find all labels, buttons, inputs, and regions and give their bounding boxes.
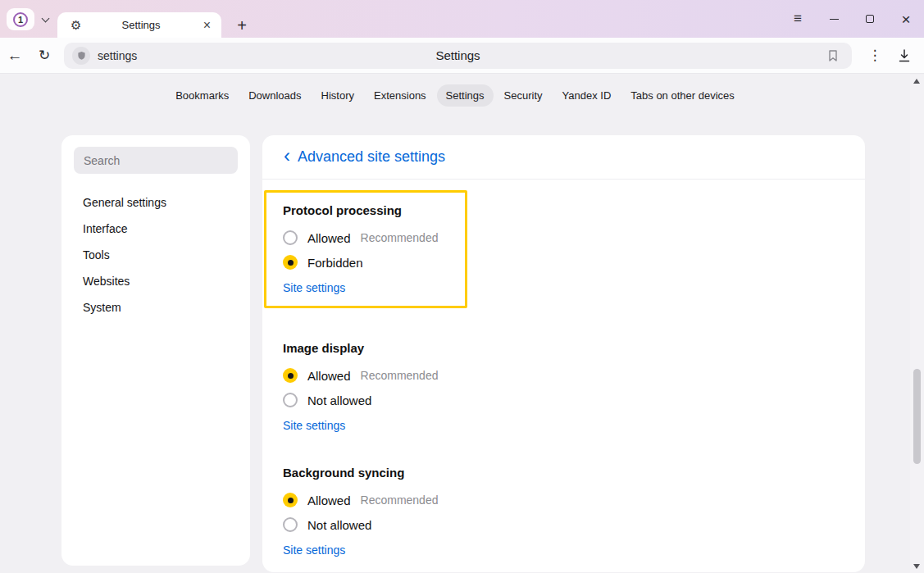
- tab-title: Settings: [81, 19, 200, 31]
- url-text: settings: [98, 49, 137, 62]
- settings-page: Bookmarks Downloads History Extensions S…: [0, 75, 924, 573]
- radio-option-allowed[interactable]: Allowed Recommended: [283, 225, 453, 250]
- maximize-icon: [866, 15, 874, 23]
- section-title: Protocol processing: [283, 203, 453, 217]
- settings-sidebar: General settings Interface Tools Website…: [61, 135, 250, 566]
- site-security-badge[interactable]: [72, 47, 90, 65]
- radio-label: Allowed: [307, 231, 351, 245]
- sidebar-item-websites[interactable]: Websites: [83, 268, 250, 294]
- nav-item-bookmarks[interactable]: Bookmarks: [166, 84, 238, 107]
- radio-label: Allowed: [307, 369, 351, 383]
- site-settings-link[interactable]: Site settings: [283, 281, 345, 294]
- section-image-display: Image display Allowed Recommended Not al…: [283, 341, 865, 433]
- radio-icon[interactable]: [283, 368, 298, 383]
- site-settings-link[interactable]: Site settings: [283, 419, 345, 432]
- nav-item-extensions[interactable]: Extensions: [365, 84, 435, 107]
- close-window-button[interactable]: ×: [894, 7, 917, 30]
- nav-item-history[interactable]: History: [312, 84, 363, 107]
- section-background-syncing: Background syncing Allowed Recommended N…: [283, 466, 865, 557]
- maximize-button[interactable]: [858, 7, 881, 30]
- tab-close-button[interactable]: ×: [201, 18, 213, 33]
- radio-icon[interactable]: [283, 255, 298, 270]
- nav-item-security[interactable]: Security: [495, 84, 552, 107]
- radio-option-not-allowed[interactable]: Not allowed: [283, 388, 865, 412]
- section-title: Background syncing: [283, 466, 865, 480]
- minimize-button[interactable]: [822, 7, 845, 30]
- nav-item-tabs-other-devices[interactable]: Tabs on other devices: [621, 84, 743, 107]
- tab-counter-badge: 1: [13, 12, 28, 27]
- settings-sections: Protocol processing Allowed Recommended …: [262, 180, 865, 557]
- radio-icon[interactable]: [283, 517, 298, 532]
- radio-label: Allowed: [307, 493, 351, 507]
- radio-option-allowed[interactable]: Allowed Recommended: [283, 488, 865, 512]
- toolbar: ← ↻ settings Settings ⋮: [0, 38, 924, 74]
- tab-counter-button[interactable]: 1: [7, 8, 34, 30]
- page-title: Settings: [64, 48, 852, 62]
- radio-label: Not allowed: [307, 518, 371, 532]
- recommended-note: Recommended: [361, 231, 439, 244]
- address-bar[interactable]: settings Settings: [64, 43, 852, 69]
- site-settings-link[interactable]: Site settings: [283, 543, 345, 557]
- advanced-site-settings-header[interactable]: ‹ Advanced site settings: [262, 135, 865, 180]
- page-scrollbar[interactable]: [910, 75, 924, 573]
- back-chevron-icon: ‹: [284, 146, 290, 166]
- recommended-note: Recommended: [361, 493, 439, 507]
- back-button[interactable]: ←: [0, 42, 30, 70]
- section-protocol-processing: Protocol processing Allowed Recommended …: [264, 190, 467, 308]
- tab-list-chevron-button[interactable]: [36, 8, 54, 30]
- nav-item-downloads[interactable]: Downloads: [239, 84, 310, 107]
- sidebar-item-tools[interactable]: Tools: [83, 242, 250, 268]
- radio-icon[interactable]: [283, 393, 298, 407]
- radio-label: Forbidden: [307, 256, 363, 270]
- scroll-down-arrow-icon[interactable]: [913, 564, 920, 569]
- sidebar-item-interface[interactable]: Interface: [83, 216, 250, 242]
- sidebar-item-system[interactable]: System: [83, 294, 250, 321]
- download-icon: [897, 48, 912, 63]
- nav-item-yandex-id[interactable]: Yandex ID: [553, 84, 621, 107]
- tab-settings[interactable]: ⚙ Settings ×: [57, 12, 221, 38]
- radio-icon[interactable]: [283, 230, 298, 245]
- chevron-down-icon: [41, 14, 49, 22]
- vertical-dots-icon: ⋮: [868, 47, 882, 64]
- hamburger-menu-icon: ≡: [794, 11, 802, 27]
- search-input[interactable]: [74, 147, 238, 174]
- nav-item-settings[interactable]: Settings: [437, 84, 494, 107]
- scroll-up-arrow-icon[interactable]: [913, 79, 920, 84]
- radio-icon[interactable]: [283, 493, 298, 507]
- new-tab-button[interactable]: +: [231, 15, 253, 36]
- radio-label: Not allowed: [307, 393, 371, 407]
- gear-icon: ⚙: [71, 18, 81, 33]
- window-controls: ≡ ×: [786, 0, 917, 38]
- shield-icon: [77, 51, 86, 61]
- settings-top-nav: Bookmarks Downloads History Extensions S…: [0, 75, 910, 107]
- back-arrow-icon: ←: [7, 47, 23, 65]
- sidebar-list: General settings Interface Tools Website…: [61, 189, 250, 321]
- bookmark-button[interactable]: [822, 45, 844, 66]
- reload-icon: ↻: [39, 47, 50, 64]
- bookmark-icon: [826, 49, 840, 62]
- section-title: Image display: [283, 341, 865, 355]
- scrollbar-thumb[interactable]: [913, 369, 921, 464]
- titlebar: 1 ⚙ Settings × + ≡ ×: [0, 0, 924, 38]
- reload-button[interactable]: ↻: [30, 42, 59, 70]
- browser-menu-button[interactable]: ≡: [786, 7, 809, 30]
- sidebar-item-general-settings[interactable]: General settings: [83, 189, 250, 216]
- recommended-note: Recommended: [361, 369, 439, 382]
- radio-option-forbidden[interactable]: Forbidden: [283, 250, 453, 275]
- close-icon: ×: [901, 11, 910, 27]
- downloads-button[interactable]: [890, 42, 919, 70]
- settings-main-panel: ‹ Advanced site settings Protocol proces…: [262, 135, 865, 572]
- more-options-button[interactable]: ⋮: [860, 42, 890, 70]
- radio-option-not-allowed[interactable]: Not allowed: [283, 512, 865, 537]
- minimize-icon: [830, 19, 839, 20]
- radio-option-allowed[interactable]: Allowed Recommended: [283, 363, 865, 388]
- section-header-title: Advanced site settings: [298, 148, 445, 166]
